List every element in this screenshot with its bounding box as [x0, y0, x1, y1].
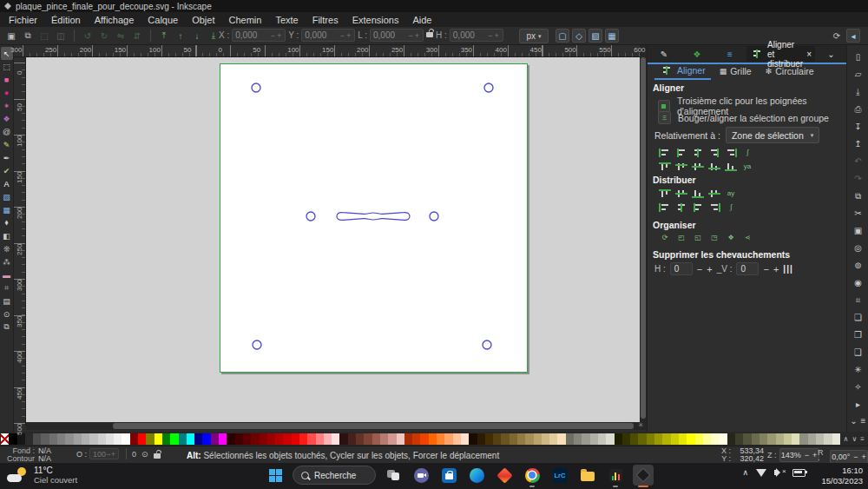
- color-swatch[interactable]: [74, 433, 82, 445]
- color-swatch[interactable]: [194, 433, 202, 445]
- vertical-scrollbar-thumb[interactable]: [641, 57, 646, 419]
- y-field-plus-button[interactable]: +: [345, 31, 352, 40]
- color-swatch[interactable]: [235, 433, 243, 445]
- pen-tool[interactable]: ✒: [1, 151, 13, 164]
- drawing-circle[interactable]: [483, 340, 491, 349]
- color-swatch[interactable]: [622, 433, 630, 445]
- redo-icon[interactable]: ↷: [852, 172, 865, 185]
- align-top-edge-button[interactable]: [658, 162, 672, 172]
- color-swatch[interactable]: [671, 433, 679, 445]
- color-swatch[interactable]: [82, 433, 89, 445]
- dialog-tab-objects[interactable]: ≡: [713, 46, 746, 62]
- align-left-button[interactable]: [674, 148, 688, 158]
- taskbar-clock[interactable]: 16:10 15/03/2023: [821, 466, 863, 486]
- select-all-layers-button[interactable]: ⧉: [21, 29, 35, 43]
- drawing-circle[interactable]: [252, 83, 260, 92]
- snap-toggle-icon[interactable]: ⟳: [830, 29, 844, 43]
- cut-icon[interactable]: ✂: [852, 207, 865, 220]
- color-swatch[interactable]: [557, 433, 565, 445]
- color-swatch[interactable]: [364, 433, 372, 445]
- color-swatch[interactable]: [727, 433, 735, 445]
- color-swatch[interactable]: [170, 433, 178, 445]
- raise-to-top-button[interactable]: ⤒: [157, 29, 171, 43]
- color-swatch[interactable]: [307, 433, 315, 445]
- lightroom-button[interactable]: LrC: [549, 465, 570, 486]
- box3d-tool[interactable]: ❖: [1, 112, 13, 125]
- zoom-field[interactable]: 143% − +: [779, 448, 819, 462]
- option-move-as-group[interactable]: Ξ Bouger/aligner la sélection en groupe: [658, 111, 829, 124]
- palette-scroll-up-icon[interactable]: ∧: [844, 435, 849, 443]
- wifi-icon[interactable]: [756, 469, 766, 477]
- h-field-input[interactable]: 0,000−+: [450, 29, 503, 42]
- group-icon[interactable]: ✳: [852, 363, 865, 376]
- v-gap-minus-button[interactable]: −: [763, 264, 768, 274]
- rotation-plus-button[interactable]: +: [862, 453, 866, 461]
- scale-stroke-toggle[interactable]: ▢: [556, 29, 569, 43]
- export-icon[interactable]: ↥: [852, 137, 865, 150]
- pencil-tool[interactable]: ✎: [1, 138, 13, 151]
- color-swatch[interactable]: [461, 433, 469, 445]
- color-swatch[interactable]: [792, 433, 799, 445]
- color-swatch[interactable]: [114, 433, 122, 445]
- color-swatch[interactable]: [517, 433, 525, 445]
- color-swatch[interactable]: [211, 433, 219, 445]
- select-all-button[interactable]: ▣: [4, 29, 18, 43]
- drawing-circle[interactable]: [430, 212, 438, 221]
- eraser-tool[interactable]: ▬: [1, 268, 13, 281]
- save-icon[interactable]: ⤓: [852, 85, 865, 98]
- task-view-button[interactable]: [383, 465, 404, 486]
- snapbar-collapse-button[interactable]: ◂: [846, 29, 860, 43]
- unit-dropdown[interactable]: px ▾: [519, 29, 549, 43]
- color-swatch[interactable]: [647, 433, 654, 445]
- menu-aide[interactable]: Aide: [405, 14, 438, 26]
- color-swatch[interactable]: [138, 433, 146, 445]
- calligraphy-tool[interactable]: ✔: [1, 164, 13, 177]
- relative-to-dropdown[interactable]: Zone de sélection ▾: [726, 127, 819, 143]
- color-swatch[interactable]: [356, 433, 364, 445]
- microsoft-store-button[interactable]: [438, 465, 459, 486]
- distribute-gaps-v-button[interactable]: [707, 202, 721, 213]
- duplicate-icon[interactable]: ❏: [852, 311, 865, 324]
- color-swatch[interactable]: [122, 433, 129, 445]
- sticky-zoom-icon[interactable]: ✳: [638, 421, 644, 429]
- tab-grille[interactable]: ▦Grille: [714, 65, 757, 79]
- diamond-app-button[interactable]: [494, 465, 515, 486]
- rotation-minus-button[interactable]: −: [853, 453, 858, 461]
- menu-edition[interactable]: Édition: [44, 14, 88, 26]
- flip-horizontal-button[interactable]: ⇋: [114, 29, 128, 43]
- color-swatch[interactable]: [453, 433, 461, 445]
- color-swatch[interactable]: [162, 433, 170, 445]
- color-swatch[interactable]: [799, 433, 807, 445]
- undo-icon[interactable]: ↶: [852, 155, 865, 168]
- chrome-button[interactable]: [522, 465, 542, 486]
- star-tool[interactable]: ✶: [1, 99, 13, 112]
- color-swatch[interactable]: [760, 433, 767, 445]
- menu-objet[interactable]: Objet: [185, 14, 221, 26]
- color-swatch[interactable]: [542, 433, 549, 445]
- color-swatch[interactable]: [17, 433, 25, 445]
- menu-filtres[interactable]: Filtres: [306, 14, 345, 26]
- print-icon[interactable]: ⎙: [852, 102, 865, 116]
- selector-tool[interactable]: ↖: [1, 47, 13, 60]
- mesh-tool[interactable]: ▦: [1, 203, 13, 216]
- dialog-tab-export[interactable]: ❖: [681, 46, 713, 62]
- exchange-clockwise-button[interactable]: ◳: [707, 233, 721, 243]
- color-swatch[interactable]: [477, 433, 485, 445]
- h-gap-plus-button[interactable]: +: [707, 264, 712, 274]
- color-swatch[interactable]: [130, 433, 138, 445]
- distribute-gaps-h-button[interactable]: [707, 188, 721, 199]
- color-swatch[interactable]: [106, 433, 114, 445]
- color-swatch[interactable]: [711, 433, 719, 445]
- dropper-tool[interactable]: ⬧: [1, 216, 13, 229]
- color-swatch[interactable]: [767, 433, 775, 445]
- v-gap-plus-button[interactable]: +: [773, 264, 779, 274]
- zoom-center-icon[interactable]: ⌗: [852, 294, 865, 307]
- layer-visibility-icon[interactable]: ⊙: [141, 450, 148, 459]
- dialog-tab-align-distribute[interactable]: Aligner et distribuer ×: [746, 46, 815, 62]
- color-swatch[interactable]: [324, 433, 332, 445]
- color-swatch[interactable]: [808, 433, 816, 445]
- menu-fichier[interactable]: Fichier: [2, 14, 44, 26]
- menu-extensions[interactable]: Extensions: [345, 14, 406, 26]
- opacity-field[interactable]: 100 − +: [89, 448, 119, 459]
- color-swatch[interactable]: [695, 433, 703, 445]
